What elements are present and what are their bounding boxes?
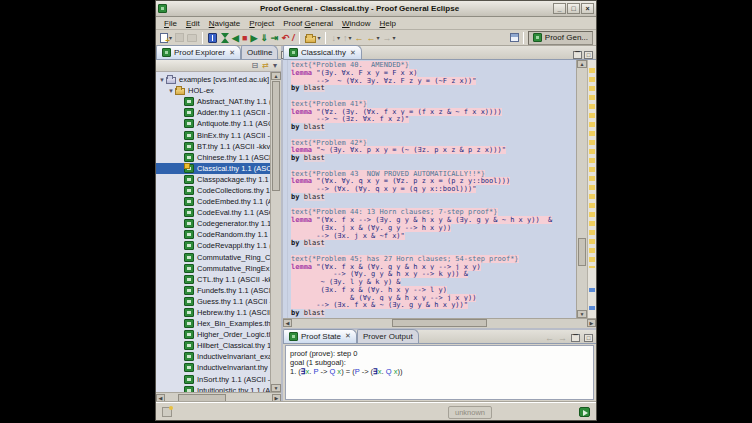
code-line[interactable]: by blast: [291, 310, 576, 318]
prover-status-icon[interactable]: [579, 407, 590, 417]
close-icon[interactable]: ✕: [345, 332, 351, 340]
tree-item-fundefs[interactable]: Fundefs.thy 1.1 (ASCII): [156, 285, 270, 296]
tab-proof-explorer[interactable]: Proof Explorer ✕: [156, 45, 241, 59]
tree-item-classical[interactable]: Classical.thy 1.1 (ASCII -kkv): [156, 163, 270, 174]
source-code[interactable]: text{*Problem 40. AMENDED*}lemma "(∃y. ∀…: [288, 60, 576, 318]
interrupt-prover-button[interactable]: ■: [241, 31, 248, 45]
tree-item-coderevappl[interactable]: CodeRevappl.thy 1.1 (ASCII): [156, 240, 270, 251]
activate-script-button[interactable]: [207, 31, 218, 45]
tab-prover-output[interactable]: Prover Output: [357, 329, 419, 343]
dropdown-caret-icon[interactable]: ▾: [377, 34, 380, 41]
close-icon[interactable]: ✕: [229, 49, 235, 57]
new-wizard-button[interactable]: ▾: [159, 31, 173, 45]
tree-item-classpackage[interactable]: Classpackage.thy 1.1 (ASCII): [156, 174, 270, 185]
tree-item-codeeval[interactable]: CodeEval.thy 1.1 (ASCII): [156, 207, 270, 218]
back-history-button[interactable]: ←▾: [366, 31, 381, 45]
tree-item-codegenerator[interactable]: Codegenerator.thy 1.1: [156, 218, 270, 229]
code-line[interactable]: by blast: [291, 124, 576, 132]
tree-vertical-scrollbar[interactable]: ▲ ▼: [270, 72, 281, 392]
code-line[interactable]: by blast: [291, 85, 576, 93]
minimize-view-icon[interactable]: ▔: [573, 51, 582, 59]
tree-item-commutative_ring_complete[interactable]: Commutative_Ring_Complete.thy: [156, 252, 270, 263]
expander-icon[interactable]: ▼: [158, 77, 166, 83]
tab-classical-thy[interactable]: Classical.thy ✕: [283, 45, 362, 59]
tree-item-hilbert_classical[interactable]: Hilbert_Classical.thy 1.1: [156, 340, 270, 351]
menu-help[interactable]: Help: [375, 19, 399, 28]
perspective-proof-general-button[interactable]: Proof Gen...: [528, 31, 593, 45]
code-line[interactable]: --> ~ (∃z. ∀x. f x z)": [291, 116, 576, 124]
code-line[interactable]: --> (∃x. j x & ~f x)": [291, 233, 576, 241]
code-line[interactable]: --> (∃x. f x & ~ (∃y. g y & h x y))": [291, 302, 576, 310]
tree-item-abstract_nat[interactable]: Abstract_NAT.thy 1.1 (ASCII -kkv): [156, 96, 270, 107]
close-icon[interactable]: ✕: [350, 49, 356, 57]
tree-item-inductiveinvariant_examples[interactable]: InductiveInvariant_examples.thy: [156, 351, 270, 362]
forward-arrow-icon[interactable]: →: [558, 333, 567, 343]
maximize-view-icon[interactable]: □: [584, 334, 593, 342]
tree-item-bt[interactable]: BT.thy 1.1 (ASCII -kkv): [156, 141, 270, 152]
tree-item-inductiveinvariant[interactable]: InductiveInvariant.thy 1.1: [156, 362, 270, 373]
tree-item-antiquote[interactable]: Antiquote.thy 1.1 (ASCII -kkv): [156, 118, 270, 129]
tree-item-chinese[interactable]: Chinese.thy 1.1 (ASCII -kkv): [156, 152, 270, 163]
link-with-editor-icon[interactable]: ⇄: [262, 61, 269, 71]
menu-window[interactable]: Window: [338, 19, 374, 28]
dropdown-caret-icon[interactable]: ▾: [337, 34, 340, 41]
minimize-button[interactable]: _: [553, 3, 566, 14]
tree-item-adder[interactable]: Adder.thy 1.1 (ASCII -kkv): [156, 107, 270, 118]
unknown-status-button[interactable]: unknown: [448, 406, 492, 419]
maximize-button[interactable]: □: [567, 3, 580, 14]
editor-vertical-scrollbar[interactable]: ▲ ▼: [576, 60, 587, 318]
tree-item-hex_bin_examples[interactable]: Hex_Bin_Examples.thy 1.1: [156, 318, 270, 329]
expander-icon[interactable]: ▼: [167, 88, 175, 94]
tree-item-ctl[interactable]: CTL.thy 1.1 (ASCII -kkv): [156, 274, 270, 285]
view-menu-icon[interactable]: ▾: [273, 61, 277, 71]
retract-file-button[interactable]: ↶: [280, 31, 290, 45]
tree-item-hol-ex[interactable]: ▼HOL-ex: [156, 85, 270, 96]
tab-proof-state[interactable]: Proof State ✕: [283, 329, 357, 343]
code-line[interactable]: --> ~ (∀x. ∃y. ∀z. F z y = (~F z x))": [291, 78, 576, 86]
restart-prover-button[interactable]: [219, 31, 230, 45]
dropdown-caret-icon[interactable]: ▾: [393, 34, 396, 41]
code-line[interactable]: --> (∀x. (∀y. q x y = (q y x::bool)))": [291, 186, 576, 194]
tree-horizontal-scrollbar[interactable]: ◀ ▶: [156, 392, 281, 402]
skip-to-end-button[interactable]: ⇥: [270, 31, 280, 45]
minimize-view-icon[interactable]: ▔: [571, 334, 580, 342]
open-file-button[interactable]: ▾: [304, 31, 321, 45]
dropdown-caret-icon[interactable]: ▾: [317, 34, 320, 41]
tree-item-label: CTL.thy 1.1 (ASCII -kkv): [197, 275, 270, 284]
tree-item-coderandom[interactable]: CodeRandom.thy 1.1 (ASCII): [156, 229, 270, 240]
code-line[interactable]: by blast: [291, 240, 576, 248]
menu-file[interactable]: File: [160, 19, 181, 28]
back-arrow-icon[interactable]: ←: [545, 333, 554, 343]
edit-pen-button[interactable]: /: [291, 31, 296, 45]
menu-proof-general[interactable]: Proof General: [279, 19, 337, 28]
open-perspective-icon[interactable]: [510, 33, 519, 42]
tree-item-commutative_ringex[interactable]: Commutative_RingEx.thy 1.1: [156, 263, 270, 274]
tab-outline[interactable]: Outline: [241, 45, 278, 59]
undo-step-button[interactable]: ◀: [231, 31, 240, 45]
maximize-view-icon[interactable]: □: [584, 51, 593, 59]
collapse-all-icon[interactable]: ⊟: [252, 61, 259, 71]
menu-edit[interactable]: Edit: [182, 19, 204, 28]
last-edit-location-button[interactable]: ←: [354, 31, 365, 45]
menu-navigate[interactable]: Navigate: [205, 19, 245, 28]
overview-ruler[interactable]: [587, 60, 596, 318]
tree-item-codecollections[interactable]: CodeCollections.thy 1.1: [156, 185, 270, 196]
titlebar[interactable]: Proof General - Classical.thy - Proof Ge…: [156, 1, 596, 17]
next-step-button[interactable]: ▶: [249, 31, 258, 45]
code-line[interactable]: by blast: [291, 155, 576, 163]
tree-item-intuitionistic[interactable]: Intuitionistic.thy 1.1 (ASCII): [156, 385, 270, 392]
menu-project[interactable]: Project: [245, 19, 278, 28]
code-line[interactable]: by blast: [291, 194, 576, 202]
dropdown-caret-icon[interactable]: ▾: [348, 34, 351, 41]
tree-item-hebrew[interactable]: Hebrew.thy 1.1 (ASCII -kkv): [156, 307, 270, 318]
tree-item-higher_order_logic[interactable]: Higher_Order_Logic.thy 1.1: [156, 329, 270, 340]
close-button[interactable]: ×: [581, 3, 594, 14]
editor-horizontal-scrollbar[interactable]: ◀ ▶: [283, 318, 596, 328]
goto-position-button[interactable]: ⇓: [259, 31, 269, 45]
tree-item-examples[interactable]: ▼examples [cvs.inf.ed.ac.uk]: [156, 74, 270, 85]
code-line[interactable]: lemma "~ (∃y. ∀x. p x y = (~ (∃z. p x z …: [291, 147, 576, 155]
tree-item-codeembed[interactable]: CodeEmbed.thy 1.1 (ASCII): [156, 196, 270, 207]
tree-item-binex[interactable]: BinEx.thy 1.1 (ASCII -kkv): [156, 129, 270, 140]
tree-item-guess[interactable]: Guess.thy 1.1 (ASCII -kkv): [156, 296, 270, 307]
tree-item-insort[interactable]: InSort.thy 1.1 (ASCII -kkv): [156, 374, 270, 385]
